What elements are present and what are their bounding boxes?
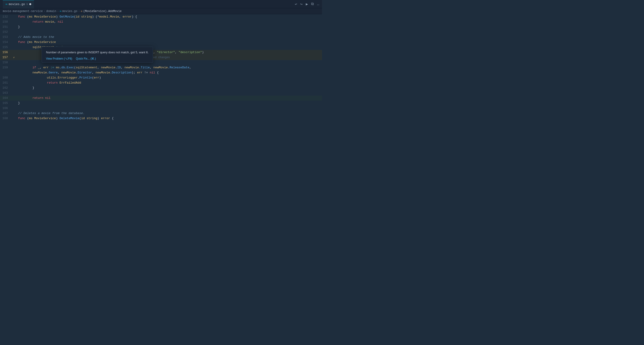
operator: := <box>50 66 54 69</box>
line-gutter <box>12 85 16 90</box>
field: Genre <box>49 71 58 74</box>
table-row: 154 func (ms MovieService <box>0 40 322 45</box>
table-row: 160 utils.ErrorLogger.Println(err) <box>0 75 322 80</box>
tab-modified-dot <box>29 3 31 5</box>
run-icon[interactable]: ▶ <box>306 2 308 6</box>
line-number: 158 <box>0 60 12 65</box>
line-code: return movie, nil <box>16 19 322 24</box>
more-actions-icon[interactable]: … <box>317 2 319 6</box>
view-problem-link[interactable]: View Problem (⌥F8) <box>46 57 72 60</box>
table-row: 132 func (ms MovieService) GetMovie(id s… <box>0 14 322 19</box>
keyword: nil <box>150 71 155 74</box>
line-gutter <box>12 101 16 106</box>
comment: // Adds movie to the <box>18 35 54 39</box>
table-row: 165 } <box>0 101 322 106</box>
string: "description" <box>178 50 202 54</box>
keyword: if <box>32 66 36 69</box>
breadcrumb-domain[interactable]: domain <box>46 10 56 13</box>
var: utils <box>47 76 56 79</box>
func-name: GetMovie <box>60 15 74 18</box>
string: "director" <box>157 50 175 54</box>
code-table: 132 func (ms MovieService) GetMovie(id s… <box>0 14 322 121</box>
line-code <box>16 106 322 111</box>
line-number: 163 <box>0 90 12 96</box>
breadcrumb-file[interactable]: movies.go <box>62 10 78 13</box>
var: err <box>43 66 48 69</box>
line-code: utils.ErrorLogger.Println(err) <box>16 75 322 80</box>
line-number: 155 <box>0 45 12 50</box>
line-number: 164 <box>0 96 12 101</box>
line-gutter <box>12 65 16 70</box>
line-code: // Adds movie to the <box>16 35 322 40</box>
breadcrumb-sep-3: › <box>78 10 80 13</box>
var: ms <box>56 66 60 69</box>
quick-fix-link[interactable]: Quick Fix... (⌘.) <box>76 57 96 60</box>
line-code <box>16 29 322 35</box>
table-row: 151 } <box>0 24 322 29</box>
field: Description <box>112 71 132 74</box>
line-code: } <box>16 24 322 29</box>
line-number: 159 <box>0 65 12 70</box>
tab-label: movies.go <box>9 2 25 6</box>
breadcrumb-func-icon: ⊙ <box>81 10 82 13</box>
keyword: return <box>32 96 43 100</box>
var: ms <box>29 15 32 18</box>
split-editor-icon[interactable]: ⧉ <box>311 2 314 6</box>
type: error <box>123 15 132 18</box>
table-row: 150 return movie, nil <box>0 19 322 24</box>
var: err <box>137 71 142 74</box>
quick-fix-label: Quick Fix... (⌘.) <box>76 57 96 60</box>
type: string <box>81 15 92 18</box>
line-code: newMovie.Genre, newMovie.Director, newMo… <box>16 70 322 75</box>
line-number: 156 <box>0 50 12 55</box>
error-gutter-icon: ⚡ <box>13 56 14 59</box>
tab-index: 1 <box>26 3 28 5</box>
breadcrumb-sep-2: › <box>57 10 59 13</box>
keyword: func <box>18 15 25 18</box>
tooltip-actions: View Problem (⌥F8) Quick Fix... (⌘.) <box>46 57 149 60</box>
var: _ <box>38 66 40 69</box>
forward-icon[interactable]: ↪ <box>300 2 302 6</box>
breadcrumb-service[interactable]: movie-management-service <box>3 10 43 13</box>
line-number: 168 <box>0 116 12 121</box>
table-row: 168 func (ms MovieService) DeleteMovie(i… <box>0 116 322 121</box>
var: ms <box>29 40 32 44</box>
line-gutter <box>12 111 16 116</box>
line-code: // Deletes a movie from the database. <box>16 111 322 116</box>
var: newMovie <box>124 66 139 69</box>
table-row: 159 if _, err := ms.db.Exec(sqlStatement… <box>0 65 322 70</box>
var: ErrFailedAdd <box>60 81 81 84</box>
line-code: if _, err := ms.db.Exec(sqlStatement, ne… <box>16 65 322 70</box>
comment: // Deletes a movie from the database. <box>18 111 85 115</box>
line-gutter <box>12 19 16 24</box>
line-code: return nil <box>16 96 322 101</box>
line-number: 160 <box>0 75 12 80</box>
table-row: 152 <box>0 29 322 35</box>
type: ErrorLogger <box>58 76 78 79</box>
line-number: 165 <box>0 101 12 106</box>
line-number: 161 <box>0 80 12 85</box>
back-icon[interactable]: ↩ <box>295 2 297 6</box>
line-gutter <box>12 14 16 19</box>
type: MovieService <box>34 15 56 18</box>
line-code: } <box>16 101 322 106</box>
func-call: Exec <box>67 66 74 69</box>
breadcrumb-sep-1: › <box>44 10 45 13</box>
keyword: nil <box>58 20 63 23</box>
title-bar: ∞ movies.go 1 ↩ ↪ ▶ ⧉ … <box>0 0 322 8</box>
line-code: func (ms MovieService) DeleteMovie(id st… <box>16 116 322 121</box>
breadcrumb-func[interactable]: (MovieService).AddMovie <box>83 10 122 13</box>
line-number: 159 <box>0 70 12 75</box>
var: newMovie <box>61 71 76 74</box>
field: Director <box>78 71 92 74</box>
line-number: 167 <box>0 111 12 116</box>
line-gutter <box>12 96 16 101</box>
file-tab[interactable]: ∞ movies.go 1 <box>3 0 34 8</box>
table-row: 161 return ErrFailedAdd <box>0 80 322 85</box>
line-code: func (ms MovieService) GetMovie(id strin… <box>16 14 322 19</box>
line-number: 157 <box>0 55 12 60</box>
line-number: 152 <box>0 29 12 35</box>
keyword: return <box>47 81 58 84</box>
line-gutter <box>12 40 16 45</box>
line-gutter: ⚡ <box>12 55 16 60</box>
